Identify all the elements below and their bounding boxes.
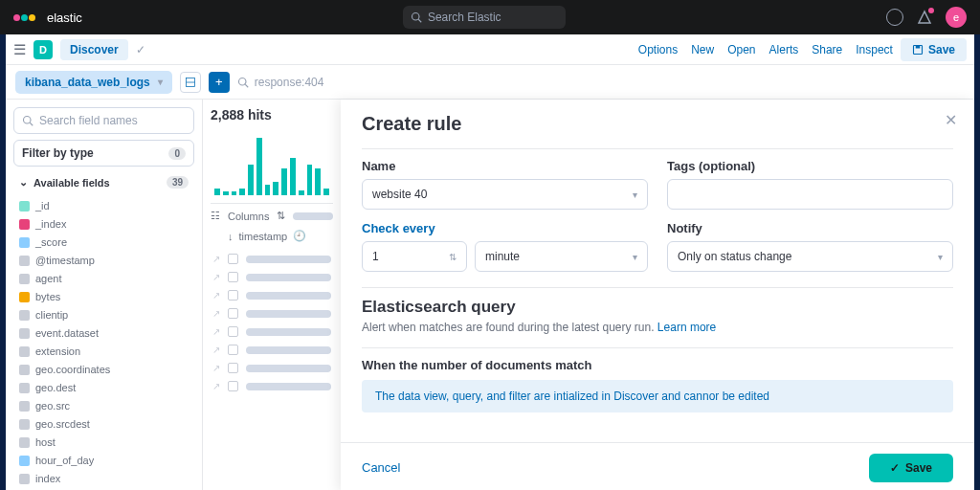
histogram-chart [211,130,333,195]
sort-icon[interactable]: ⇅ [277,210,285,222]
link-new[interactable]: New [691,43,714,56]
available-fields-header[interactable]: ⌄Available fields 39 [13,172,194,192]
row-checkbox[interactable] [228,272,238,282]
check-interval-input[interactable]: 1⇅ [362,241,467,272]
field-item[interactable]: bytes [13,289,194,304]
news-icon[interactable] [917,10,932,25]
field-item[interactable]: clientip [13,307,194,323]
bar [307,165,313,195]
row-checkbox[interactable] [228,308,238,319]
field-item[interactable]: host [13,434,194,450]
search-icon [411,11,422,23]
search-icon [22,115,33,126]
field-item[interactable]: _index [13,216,194,232]
svg-point-0 [412,13,419,21]
app-badge: D [33,40,53,59]
field-type-icon [19,401,30,412]
section-desc: Alert when matches are found during the … [362,321,655,334]
row-checkbox[interactable] [228,381,238,391]
help-icon[interactable] [886,9,903,26]
link-open[interactable]: Open [727,43,755,56]
field-search-input[interactable]: Search field names [13,107,194,134]
expand-icon[interactable]: ↗ [212,272,220,282]
expand-icon[interactable]: ↗ [212,363,220,373]
table-row[interactable]: ↗ [211,341,333,359]
table-row[interactable]: ↗ [211,359,333,377]
cancel-button[interactable]: Cancel [362,460,400,475]
field-item[interactable]: extension [13,344,194,359]
field-type-icon [19,219,30,230]
chevron-down-icon: ▾ [938,252,943,262]
field-type-icon [19,310,30,321]
expand-icon[interactable]: ↗ [212,345,220,355]
svg-line-9 [30,122,33,125]
field-item[interactable]: geo.coordinates [13,362,194,377]
row-checkbox[interactable] [228,254,238,264]
close-icon[interactable]: ✕ [945,111,957,129]
field-item[interactable]: @timestamp [13,253,194,268]
table-row[interactable]: ↗ [211,268,333,286]
header-save-button[interactable]: Save [901,38,967,61]
expand-icon[interactable]: ↗ [212,326,220,337]
link-inspect[interactable]: Inspect [856,43,893,56]
bar [232,191,237,195]
bar [323,189,329,195]
bar [248,165,254,195]
learn-more-link[interactable]: Learn more [657,321,716,334]
dataset-selector[interactable]: kibana_data_web_logs ▾ [15,71,172,94]
field-item[interactable]: _id [13,198,194,213]
field-item[interactable]: index [13,471,194,484]
table-row[interactable]: ↗ [211,304,333,323]
chevron-down-icon: ⌄ [19,176,28,189]
table-row[interactable]: ↗ [211,323,333,341]
columns-button[interactable]: Columns [228,211,269,222]
bar [315,168,321,195]
field-item[interactable]: _score [13,234,194,250]
bar [223,191,229,195]
table-row[interactable]: ↗ [211,286,333,304]
field-type-icon [19,419,30,430]
save-button[interactable]: ✓Save [869,454,953,482]
bar [281,168,287,195]
row-checkbox[interactable] [228,290,238,301]
section-title: Elasticsearch query [362,298,953,317]
expand-icon[interactable]: ↗ [212,254,220,264]
menu-icon[interactable]: ☰ [13,41,26,58]
table-row[interactable]: ↗ [211,250,333,268]
save-icon [912,44,924,56]
name-select[interactable]: website 40▾ [362,179,648,210]
query-input[interactable]: response:404 [237,76,324,89]
add-filter-button[interactable]: + [209,72,230,93]
name-label: Name [362,159,648,173]
expand-icon[interactable]: ↗ [212,290,220,301]
field-item[interactable]: hour_of_day [13,453,194,468]
row-checkbox[interactable] [228,345,238,355]
check-icon: ✓ [136,43,145,56]
timestamp-col[interactable]: timestamp [239,231,288,242]
field-item[interactable]: event.dataset [13,325,194,341]
field-item[interactable]: geo.src [13,398,194,413]
data-view-button[interactable] [180,72,201,93]
panel-title: Create rule [362,113,953,135]
field-item[interactable]: geo.dest [13,380,194,395]
link-share[interactable]: Share [812,43,842,56]
expand-icon[interactable]: ↗ [212,381,220,391]
sort-desc-icon[interactable]: ↓ [228,231,234,242]
field-item[interactable]: agent [13,271,194,286]
link-alerts[interactable]: Alerts [769,43,799,56]
row-checkbox[interactable] [228,363,238,373]
user-avatar[interactable]: e [946,7,967,28]
discover-breadcrumb[interactable]: Discover [60,39,128,60]
expand-icon[interactable]: ↗ [212,308,220,319]
filter-by-type[interactable]: Filter by type 0 [13,140,194,167]
row-checkbox[interactable] [228,326,238,337]
table-row[interactable]: ↗ [211,377,333,395]
link-options[interactable]: Options [638,43,678,56]
field-item[interactable]: geo.srcdest [13,416,194,432]
field-type-icon [19,474,30,484]
global-search-input[interactable]: Search Elastic [403,6,566,29]
tags-input[interactable] [667,179,953,210]
check-unit-select[interactable]: minute▾ [475,241,648,272]
tags-label: Tags (optional) [667,159,953,173]
notify-select[interactable]: Only on status change▾ [667,241,953,272]
